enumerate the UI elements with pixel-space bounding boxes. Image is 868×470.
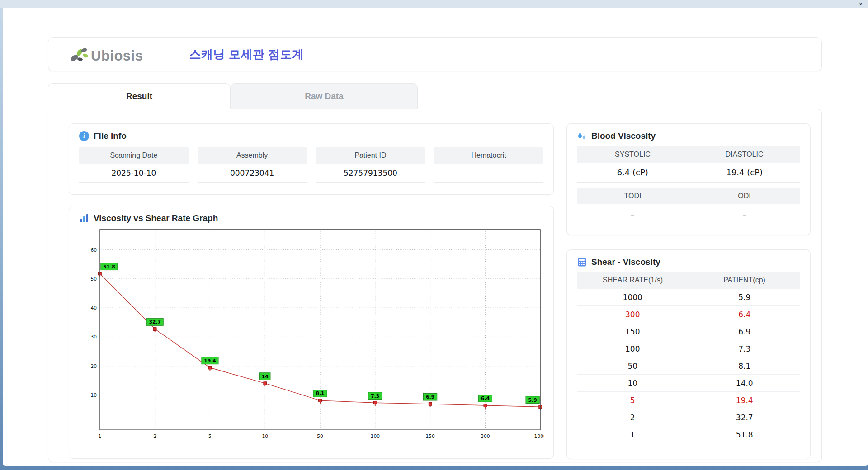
col-patient: PATIENT(cp) — [689, 272, 800, 289]
svg-text:32.7: 32.7 — [149, 319, 160, 325]
file-info-title: i File Info — [79, 131, 543, 141]
table-row: 1506.9 — [577, 323, 800, 340]
cell-patient: 8.1 — [689, 357, 801, 374]
svg-text:6.4: 6.4 — [481, 395, 490, 401]
field-label: Scanning Date — [79, 147, 189, 164]
viscosity-shear-chart: 1020304050601251050100150300100051.832.7… — [79, 225, 544, 448]
bv-value: – — [689, 204, 801, 224]
window-titlebar: × — [0, 0, 868, 8]
table-row: 151.8 — [577, 426, 800, 443]
cell-patient: 19.4 — [689, 392, 801, 409]
cell-shear-rate: 50 — [577, 357, 689, 374]
bar-chart-icon — [79, 213, 89, 223]
graph-title: Viscosity vs Shear Rate Graph — [94, 213, 218, 223]
close-icon[interactable]: × — [859, 1, 863, 7]
cell-shear-rate: 100 — [577, 340, 689, 357]
info-icon: i — [79, 131, 89, 141]
cell-patient: 5.9 — [689, 289, 801, 306]
svg-text:8.1: 8.1 — [316, 390, 325, 396]
svg-text:40: 40 — [90, 305, 97, 311]
bv-label-row: TODIODI — [577, 188, 800, 204]
cell-shear-rate: 300 — [577, 306, 689, 323]
result-panel: i File Info Scanning Date2025-10-10Assem… — [48, 109, 822, 462]
field-value: 52757913500 — [316, 164, 425, 183]
file-info-field: Scanning Date2025-10-10 — [79, 147, 189, 183]
svg-text:30: 30 — [90, 334, 97, 340]
table-row: 508.1 — [577, 357, 800, 375]
app-header: Ubiosis 스캐닝 모세관 점도계 — [48, 37, 822, 71]
cell-shear-rate: 5 — [577, 392, 689, 409]
field-value: 000723041 — [198, 164, 307, 183]
cell-patient: 14.0 — [689, 375, 801, 391]
table-row: 1014.0 — [577, 375, 800, 392]
cell-patient: 32.7 — [689, 409, 801, 426]
svg-text:5: 5 — [208, 433, 212, 439]
shear-table-body: 10005.93006.41506.91007.3508.11014.0519.… — [577, 289, 800, 443]
table-row: 232.7 — [577, 409, 800, 426]
svg-text:5.9: 5.9 — [528, 397, 537, 403]
svg-text:150: 150 — [425, 433, 435, 439]
svg-text:1000: 1000 — [534, 433, 544, 439]
table-row: 10005.9 — [577, 289, 800, 306]
bv-label: SYSTOLIC — [577, 146, 689, 163]
shear-viscosity-title-row: Shear - Viscosity — [577, 257, 800, 267]
tab-result[interactable]: Result — [48, 83, 231, 109]
card-title-text: File Info — [94, 131, 127, 141]
leaf-icon — [69, 46, 90, 63]
tab-raw-data[interactable]: Raw Data — [231, 83, 418, 109]
file-info-field: Hematocrit — [434, 147, 543, 183]
app-window: Ubiosis 스캐닝 모세관 점도계 Result Raw Data i Fi… — [3, 8, 868, 466]
cell-patient: 7.3 — [689, 340, 801, 357]
logo-text: Ubiosis — [91, 49, 143, 63]
ubiosis-logo: Ubiosis — [69, 46, 143, 63]
col-shear-rate: SHEAR RATE(1/s) — [577, 272, 689, 289]
svg-text:10: 10 — [262, 433, 268, 439]
svg-text:100: 100 — [371, 433, 380, 439]
svg-text:2: 2 — [153, 433, 156, 439]
file-info-fields: Scanning Date2025-10-10Assembly000723041… — [79, 147, 543, 183]
svg-text:60: 60 — [90, 247, 97, 253]
cell-patient: 51.8 — [689, 426, 801, 443]
bv-label: ODI — [689, 188, 800, 204]
svg-text:19.4: 19.4 — [204, 358, 216, 364]
svg-text:20: 20 — [90, 363, 97, 369]
shear-viscosity-card: Shear - Viscosity SHEAR RATE(1/s) PATIEN… — [566, 249, 811, 459]
bv-value-row: –– — [577, 204, 800, 224]
bv-value: 19.4 (cP) — [689, 163, 801, 182]
table-row: 3006.4 — [577, 306, 800, 323]
svg-text:50: 50 — [90, 276, 97, 282]
svg-text:7.3: 7.3 — [371, 393, 379, 399]
svg-text:10: 10 — [90, 392, 97, 398]
blood-viscosity-grid: SYSTOLICDIASTOLIC6.4 (cP)19.4 (cP)TODIOD… — [577, 146, 800, 224]
svg-text:1: 1 — [98, 433, 101, 439]
cell-patient: 6.4 — [689, 306, 801, 323]
bv-value-row: 6.4 (cP)19.4 (cP) — [577, 163, 800, 183]
bv-label: TODI — [577, 188, 689, 204]
svg-text:51.8: 51.8 — [103, 264, 115, 270]
table-row: 1007.3 — [577, 340, 800, 357]
cell-shear-rate: 10 — [577, 375, 689, 391]
cell-shear-rate: 1 — [577, 426, 689, 443]
shear-table-header: SHEAR RATE(1/s) PATIENT(cp) — [577, 272, 800, 289]
bv-value: – — [577, 204, 689, 224]
table-icon — [577, 257, 587, 267]
bv-value: 6.4 (cP) — [577, 163, 689, 182]
blood-viscosity-title-row: Blood Viscosity — [577, 131, 800, 141]
cell-patient: 6.9 — [689, 323, 801, 340]
field-value — [434, 164, 543, 183]
shear-viscosity-title: Shear - Viscosity — [591, 257, 660, 267]
file-info-card: i File Info Scanning Date2025-10-10Assem… — [69, 123, 554, 195]
cell-shear-rate: 1000 — [577, 289, 689, 306]
blood-viscosity-card: Blood Viscosity SYSTOLICDIASTOLIC6.4 (cP… — [566, 123, 811, 235]
droplet-icon — [577, 131, 587, 141]
table-row: 519.4 — [577, 392, 800, 409]
page-title: 스캐닝 모세관 점도계 — [189, 47, 304, 62]
file-info-field: Assembly000723041 — [198, 147, 307, 183]
field-label: Hematocrit — [434, 147, 543, 164]
file-info-field: Patient ID52757913500 — [316, 147, 425, 183]
cell-shear-rate: 2 — [577, 409, 689, 426]
field-label: Patient ID — [316, 147, 425, 164]
tab-bar: Result Raw Data — [48, 83, 418, 109]
cell-shear-rate: 150 — [577, 323, 689, 340]
field-label: Assembly — [198, 147, 307, 164]
